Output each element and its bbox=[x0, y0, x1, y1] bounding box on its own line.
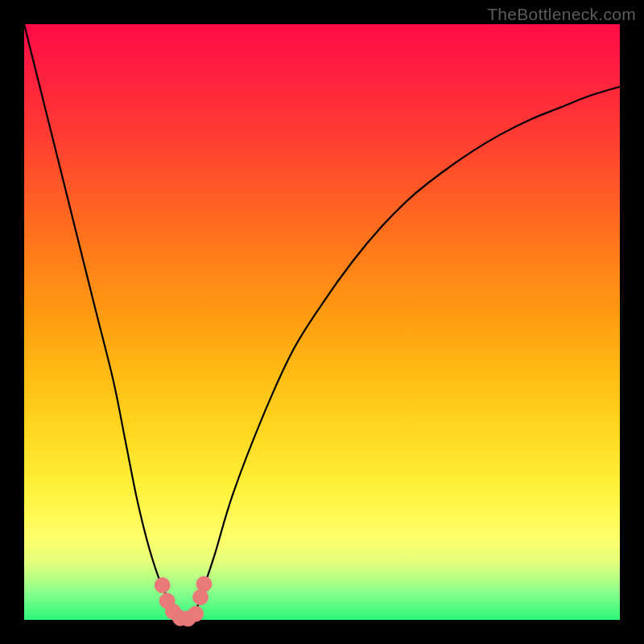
data-marker bbox=[155, 578, 170, 593]
bottleneck-curve bbox=[24, 24, 620, 620]
data-marker bbox=[196, 576, 212, 592]
plot-area bbox=[24, 24, 620, 620]
chart-frame: TheBottleneck.com bbox=[0, 0, 644, 644]
watermark-text: TheBottleneck.com bbox=[487, 5, 636, 24]
curve-svg bbox=[24, 24, 620, 620]
marker-group bbox=[155, 576, 212, 626]
data-marker bbox=[188, 606, 204, 621]
